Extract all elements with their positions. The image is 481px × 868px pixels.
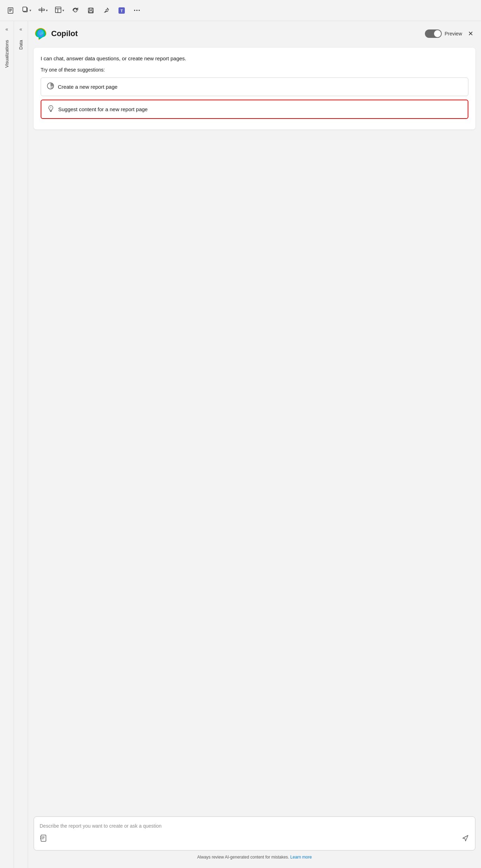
more-toolbar-icon[interactable]: ··· — [131, 4, 143, 17]
insert-chevron-icon: ▾ — [46, 8, 48, 12]
toggle-knob — [434, 30, 441, 37]
svg-rect-22 — [41, 835, 46, 841]
pin-toolbar-icon[interactable] — [100, 4, 113, 17]
suggestions-prompt: Try one of these suggestions: — [41, 67, 468, 73]
send-icon[interactable] — [461, 834, 469, 845]
copilot-header: Copilot Preview ✕ — [34, 27, 475, 41]
data-sidebar-label[interactable]: Data — [18, 40, 23, 49]
notebook-icon[interactable] — [40, 834, 48, 845]
create-report-page-button[interactable]: Create a new report page — [41, 78, 468, 96]
insert-dropdown[interactable]: ▾ — [36, 5, 50, 16]
svg-text:T: T — [121, 9, 123, 13]
copy-chevron-icon: ▾ — [29, 8, 31, 12]
view-dropdown[interactable]: ▾ — [53, 5, 66, 16]
svg-rect-23 — [40, 836, 41, 837]
visualizations-sidebar-label[interactable]: Visualizations — [4, 40, 9, 68]
copy-dropdown[interactable]: ▾ — [20, 5, 33, 16]
collapse-data-button[interactable]: « — [16, 24, 26, 34]
copilot-toggle-area: Preview — [425, 29, 462, 38]
svg-rect-5 — [23, 7, 27, 11]
svg-rect-13 — [89, 11, 93, 13]
lightbulb-icon — [47, 105, 55, 114]
copilot-spacer — [34, 135, 475, 817]
data-sidebar: « Data — [14, 21, 28, 868]
suggestion-card: I can chat, answer data questions, or cr… — [34, 48, 475, 129]
copilot-logo — [34, 27, 48, 41]
save-toolbar-icon[interactable] — [84, 4, 97, 17]
svg-rect-8 — [55, 7, 61, 13]
chart-icon — [47, 82, 54, 92]
main-layout: « Visualizations « Data — [0, 21, 481, 868]
footer-text: Always review AI-generated content for m… — [197, 855, 289, 860]
copilot-intro-text: I can chat, answer data questions, or cr… — [41, 55, 468, 63]
svg-rect-24 — [40, 838, 41, 839]
teams-toolbar-icon[interactable]: T — [115, 4, 128, 17]
svg-line-14 — [104, 12, 105, 13]
toolbar: ▾ ▾ ▾ — [0, 0, 481, 21]
learn-more-link[interactable]: Learn more — [290, 855, 312, 860]
preview-toggle[interactable] — [425, 29, 442, 38]
suggest-content-button[interactable]: Suggest content for a new report page — [41, 100, 468, 119]
visualizations-sidebar: « Visualizations — [0, 21, 14, 868]
copilot-footer: Always review AI-generated content for m… — [34, 855, 475, 862]
refresh-toolbar-icon[interactable] — [69, 4, 82, 17]
close-copilot-button[interactable]: ✕ — [466, 29, 475, 39]
view-icon — [55, 6, 62, 15]
svg-rect-0 — [8, 8, 13, 13]
copy-icon — [22, 6, 29, 15]
copilot-panel: Copilot Preview ✕ I can chat, answer dat… — [28, 21, 481, 868]
svg-rect-12 — [89, 8, 92, 10]
copilot-title: Copilot — [51, 29, 421, 38]
view-chevron-icon: ▾ — [62, 8, 64, 12]
preview-label: Preview — [445, 31, 462, 36]
copilot-input-area[interactable]: Describe the report you want to create o… — [34, 816, 475, 850]
collapse-visualizations-button[interactable]: « — [2, 24, 12, 34]
insert-icon — [38, 6, 45, 15]
input-placeholder-text: Describe the report you want to create o… — [40, 822, 469, 830]
notes-toolbar-icon[interactable] — [4, 4, 17, 17]
suggest-content-label: Suggest content for a new report page — [58, 106, 148, 112]
create-report-page-label: Create a new report page — [58, 84, 117, 90]
input-row — [40, 834, 469, 845]
